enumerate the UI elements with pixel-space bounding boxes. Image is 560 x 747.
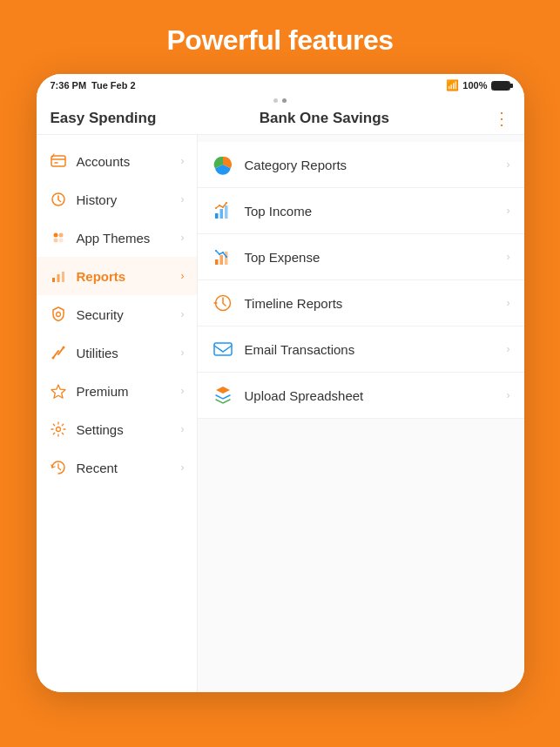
sidebar-label-premium: Premium [77,384,172,399]
sidebar-label-security: Security [77,307,172,322]
svg-point-30 [226,256,227,258]
status-bar: 7:36 PM Tue Feb 2 📶 100% [37,74,524,95]
sidebar-item-history[interactable]: History › [37,180,197,219]
reports-icon [49,266,68,286]
battery-icon [491,81,510,91]
right-item-category-reports[interactable]: Category Reports › [198,142,524,188]
wifi-icon: 📶 [446,79,459,91]
recent-chevron: › [181,461,185,474]
reports-chevron: › [181,270,185,282]
top-income-chevron: › [507,205,510,217]
category-reports-chevron: › [507,158,510,171]
sidebar: Accounts › History › [37,135,198,692]
timeline-reports-chevron: › [507,297,510,309]
email-transactions-chevron: › [507,343,510,355]
page-header: Powerful features [0,0,560,74]
sidebar-item-reports[interactable]: Reports › [37,257,197,295]
settings-icon [49,420,68,439]
svg-point-2 [53,233,57,238]
top-expense-icon [212,246,234,268]
utilities-icon [49,343,68,362]
svg-point-29 [222,252,224,253]
svg-point-15 [56,427,60,432]
status-date: Tue Feb 2 [91,80,136,91]
dot-2 [282,98,287,103]
svg-point-28 [219,253,220,255]
svg-rect-18 [219,209,223,219]
status-time: 7:36 PM [51,80,87,91]
right-item-upload-spreadsheet[interactable]: Upload Spreadsheet › [198,373,524,419]
battery-percent: 100% [462,80,487,91]
sidebar-label-utilities: Utilities [77,346,172,360]
top-income-icon [212,199,234,222]
svg-rect-8 [62,272,64,282]
svg-rect-7 [57,274,59,282]
svg-point-12 [51,357,54,360]
dots-indicator [37,95,524,104]
svg-point-23 [226,202,227,204]
category-reports-icon [212,153,234,176]
svg-point-4 [53,239,57,243]
content-area: Accounts › History › [37,135,524,692]
right-item-email-transactions[interactable]: Email Transactions › [198,326,524,373]
right-item-timeline-reports[interactable]: Timeline Reports › [198,280,524,326]
svg-point-13 [62,347,64,349]
svg-point-21 [219,205,220,206]
battery-fill [492,82,509,90]
sidebar-label-recent: Recent [77,461,172,475]
accounts-chevron: › [181,155,185,167]
right-label-category-reports: Category Reports [245,158,496,172]
right-label-top-expense: Top Expense [245,250,496,265]
more-button[interactable]: ⋮ [493,110,510,127]
sidebar-item-settings[interactable]: Settings › [37,410,197,448]
svg-rect-6 [52,278,55,282]
sidebar-item-security[interactable]: Security › [37,295,197,333]
themes-chevron: › [181,232,185,244]
svg-rect-19 [225,205,228,219]
svg-point-27 [215,250,217,252]
premium-chevron: › [181,385,185,397]
themes-icon [49,228,68,247]
top-expense-chevron: › [507,251,510,263]
sidebar-item-recent[interactable]: Recent › [37,448,197,487]
right-item-top-income[interactable]: Top Income › [198,188,524,234]
svg-point-5 [58,239,63,243]
timeline-reports-icon [212,292,234,314]
upload-spreadsheet-chevron: › [507,389,510,401]
history-icon [49,190,68,209]
device-frame: 7:36 PM Tue Feb 2 📶 100% Easy Spending B… [37,74,524,692]
status-bar-right: 📶 100% [446,79,509,91]
sidebar-label-reports: Reports [77,269,172,284]
upload-spreadsheet-icon [212,384,234,407]
right-label-upload-spreadsheet: Upload Spreadsheet [245,388,496,403]
svg-rect-33 [214,343,232,355]
sidebar-item-premium[interactable]: Premium › [37,372,197,410]
sidebar-label-settings: Settings [77,422,172,437]
right-panel: Category Reports › [198,135,524,692]
svg-point-3 [58,233,63,238]
premium-icon [49,381,68,400]
dot-1 [273,98,278,103]
svg-point-20 [215,207,217,209]
screen-title: Bank One Savings [260,110,389,127]
right-label-top-income: Top Income [245,204,496,219]
sidebar-label-history: History [77,192,172,207]
accounts-icon [49,151,68,171]
sidebar-item-accounts[interactable]: Accounts › [37,142,197,180]
security-icon [49,305,68,324]
history-chevron: › [181,193,185,205]
page-title: Powerful features [0,24,560,57]
right-item-top-expense[interactable]: Top Expense › [198,234,524,280]
email-transactions-icon [212,338,234,360]
utilities-chevron: › [181,347,185,359]
sidebar-item-app-themes[interactable]: App Themes › [37,219,197,257]
sidebar-item-utilities[interactable]: Utilities › [37,333,197,372]
settings-chevron: › [181,423,185,435]
right-label-email-transactions: Email Transactions [245,342,496,357]
right-label-timeline-reports: Timeline Reports [245,296,496,311]
sidebar-label-themes: App Themes [77,231,172,246]
svg-rect-0 [51,156,65,166]
svg-marker-14 [51,385,65,398]
app-nav-bar: Easy Spending Bank One Savings ⋮ [37,104,524,135]
recent-icon [49,458,68,477]
